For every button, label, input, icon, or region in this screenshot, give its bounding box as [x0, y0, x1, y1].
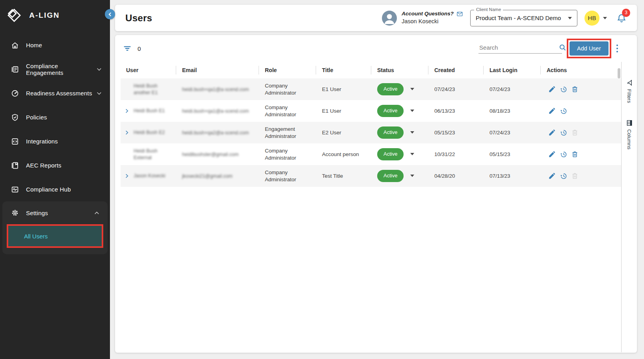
sidebar-item-compliance-hub[interactable]: Compliance Hub [0, 177, 110, 201]
status-caret-icon[interactable] [410, 131, 414, 134]
columns-panel-toggle[interactable]: Columns [626, 119, 633, 149]
last-login-date: 08/18/23 [490, 108, 510, 114]
expand-chevron[interactable] [124, 173, 134, 179]
history-button[interactable] [560, 172, 567, 180]
sidebar-item-home[interactable]: Home [0, 33, 110, 57]
search-input[interactable] [478, 44, 558, 51]
last-login-date: 07/24/23 [490, 86, 510, 92]
active-filter-count: 0 [138, 45, 141, 52]
a-lign-diamond-logo-icon [5, 6, 23, 24]
status-badge[interactable]: Active [377, 105, 404, 117]
history-button[interactable] [560, 86, 567, 93]
annotation-box-all-users: All Users [7, 224, 103, 248]
user-name: Heidi Bush E2 [134, 129, 165, 136]
chevron-down-icon [568, 17, 572, 19]
notifications-button[interactable]: 3 [616, 13, 627, 23]
sidebar-collapse-button[interactable] [105, 9, 115, 19]
gear-icon [11, 208, 19, 217]
status-badge[interactable]: Active [377, 170, 404, 182]
client-select-value: Product Team - A-SCEND Demo [476, 15, 561, 21]
user-title: E1 User [322, 108, 341, 114]
column-header-title[interactable]: Title [316, 67, 371, 73]
mail-icon[interactable] [456, 11, 463, 17]
created-date: 04/28/20 [434, 173, 455, 179]
account-avatar [382, 11, 397, 26]
edit-button[interactable] [548, 129, 556, 136]
settings-group: Settings All Users [2, 201, 108, 254]
filter-list-icon[interactable] [123, 44, 132, 53]
search-icon[interactable] [558, 43, 567, 52]
edit-button[interactable] [548, 86, 556, 93]
history-button[interactable] [560, 151, 567, 158]
created-date: 06/13/23 [434, 108, 455, 114]
sidebar-item-all-users[interactable]: All Users [8, 226, 102, 246]
status-caret-icon[interactable] [410, 88, 414, 90]
delete-button[interactable] [571, 86, 579, 93]
column-header-email[interactable]: Email [176, 67, 259, 73]
header-right-cluster: Account Questions? Jason Kosecki Client … [382, 10, 628, 26]
user-email: heidi.bush+qa1@a-scend.com [182, 87, 249, 92]
user-email: jkosecki21@gmail.com [182, 173, 233, 179]
client-name-select[interactable]: Client Name Product Team - A-SCEND Demo [470, 10, 577, 26]
integrations-icon [11, 137, 19, 146]
status-caret-icon[interactable] [410, 175, 414, 177]
user-title: Account person [322, 151, 359, 157]
more-menu-button[interactable] [615, 43, 620, 54]
sidebar-item-label: Compliance Hub [26, 186, 103, 193]
main-content: Users Account Questions? Jason Kosecki [110, 0, 644, 359]
status-badge[interactable]: Active [377, 83, 404, 95]
user-title: E2 User [322, 130, 341, 136]
status-caret-icon[interactable] [410, 153, 414, 155]
table-row: Heidi Bush E1 heidi.bush+qa1@a-scend.com… [121, 100, 621, 122]
expand-chevron[interactable] [124, 129, 134, 136]
edit-button[interactable] [548, 151, 556, 158]
filters-panel-toggle[interactable]: Filters [626, 79, 633, 103]
expand-chevron[interactable] [124, 108, 134, 114]
sidebar-item-settings[interactable]: Settings [2, 201, 108, 224]
add-user-button[interactable]: Add User [570, 41, 608, 56]
created-date: 07/24/23 [434, 86, 455, 92]
edit-button[interactable] [548, 172, 556, 180]
scrollbar-thumb[interactable] [618, 68, 620, 78]
brand-name: A-LIGN [29, 11, 60, 20]
column-header-created[interactable]: Created [428, 67, 483, 73]
delete-button[interactable] [571, 129, 579, 136]
delete-button[interactable] [571, 151, 579, 158]
sidebar-item-readiness-assessments[interactable]: Readiness Assessments [0, 81, 110, 105]
sidebar-item-label: AEC Reports [26, 162, 103, 169]
user-title: E1 User [322, 86, 341, 92]
table-row: Heidi Bush E2 heidi.bush+qa2@a-scend.com… [121, 122, 621, 143]
table-toolbar: 0 Add User [115, 35, 637, 62]
user-name: Heidi Bush External [134, 148, 157, 161]
sidebar-item-label: Compliance Engagements [26, 63, 95, 76]
user-menu[interactable]: HB [584, 11, 607, 26]
sidebar-item-integrations[interactable]: Integrations [0, 129, 110, 153]
user-avatar[interactable]: HB [584, 11, 599, 26]
status-badge[interactable]: Active [377, 148, 404, 160]
sidebar-item-label: Readiness Assessments [26, 90, 95, 97]
users-table: User Email Role Title Status Created Las… [115, 62, 621, 353]
history-button[interactable] [560, 107, 567, 115]
edit-button[interactable] [548, 107, 556, 115]
sidebar-item-policies[interactable]: Policies [0, 105, 110, 129]
sidebar-item-compliance-engagements[interactable]: Compliance Engagements [0, 57, 110, 81]
column-header-status[interactable]: Status [371, 67, 428, 73]
account-questions-label: Account Questions? [402, 10, 454, 17]
user-email: heidi.bush+qa2@a-scend.com [182, 130, 249, 136]
account-questions-block: Account Questions? Jason Kosecki [382, 10, 463, 25]
client-select-label: Client Name [474, 7, 503, 12]
table-row: Heidi Bush another E1 heidi.bush+qa1@a-s… [121, 78, 621, 100]
column-header-role[interactable]: Role [259, 67, 316, 73]
last-login-date: 05/15/23 [490, 151, 510, 157]
page-title: Users [125, 13, 152, 24]
column-header-last-login[interactable]: Last Login [483, 67, 540, 73]
status-caret-icon[interactable] [410, 110, 414, 112]
history-button[interactable] [560, 129, 567, 136]
column-header-actions: Actions [540, 67, 621, 73]
notification-badge: 3 [622, 9, 630, 17]
delete-button[interactable] [571, 172, 579, 180]
column-header-user[interactable]: User [121, 67, 176, 73]
user-role: Company Administrator [265, 169, 296, 182]
sidebar-item-aec-reports[interactable]: AEC Reports [0, 153, 110, 177]
status-badge[interactable]: Active [377, 126, 404, 139]
